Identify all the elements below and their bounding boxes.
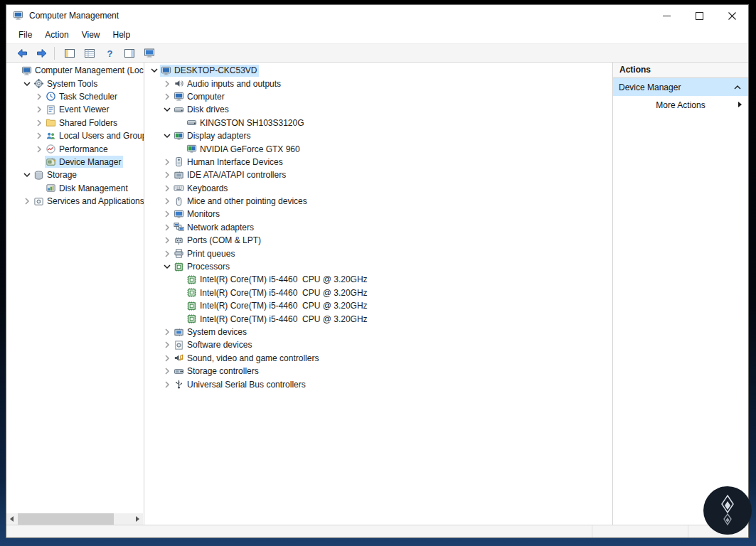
chevron-down-icon[interactable] xyxy=(161,261,173,272)
scrollbar-track[interactable] xyxy=(18,513,132,525)
tree-item-network-adapters[interactable]: Network adapters xyxy=(144,221,612,234)
chevron-right-icon[interactable] xyxy=(161,339,173,350)
window-title: Computer Management xyxy=(29,11,119,21)
network-adapter-icon xyxy=(174,222,184,232)
help-button[interactable]: ? xyxy=(100,46,118,61)
forward-button[interactable] xyxy=(33,46,50,61)
tree-item-kingston-sh103s3120g[interactable]: KINGSTON SH103S3120G xyxy=(144,117,612,129)
tree-item-print-queues[interactable]: Print queues xyxy=(144,247,612,259)
chevron-right-icon[interactable] xyxy=(161,156,173,168)
show-console-tree-button[interactable] xyxy=(60,46,78,61)
chevron-down-icon[interactable] xyxy=(161,130,173,141)
close-button[interactable] xyxy=(715,5,748,26)
chevron-right-icon[interactable] xyxy=(161,208,173,220)
toolbar-separator xyxy=(54,47,55,60)
tree-item-event-viewer[interactable]: Event Viewer xyxy=(6,103,144,116)
tree-item-system-tools[interactable]: System Tools xyxy=(6,77,144,90)
chevron-up-icon[interactable] xyxy=(733,82,742,92)
chevron-right-icon[interactable] xyxy=(161,326,173,338)
scroll-left-button[interactable] xyxy=(6,513,18,525)
minimize-button[interactable] xyxy=(650,5,683,26)
tree-item-display-adapters[interactable]: Display adapters xyxy=(144,129,612,142)
maximize-button[interactable] xyxy=(683,5,715,26)
scrollbar-thumb[interactable] xyxy=(18,513,114,525)
chevron-right-icon[interactable] xyxy=(33,117,45,129)
tree-item-local-users-and-groups[interactable]: Local Users and Groups xyxy=(6,129,144,142)
chevron-down-icon[interactable] xyxy=(21,78,33,90)
show-action-pane-button[interactable] xyxy=(120,46,138,61)
tree-item-disk-management[interactable]: Disk Management xyxy=(6,182,144,195)
chevron-right-icon[interactable] xyxy=(161,222,173,233)
new-window-button[interactable] xyxy=(140,46,158,61)
chevron-right-icon[interactable] xyxy=(161,78,173,90)
chevron-right-icon[interactable] xyxy=(161,379,173,390)
tree-item-storage[interactable]: Storage xyxy=(6,168,144,181)
tree-item-shared-folders[interactable]: Shared Folders xyxy=(6,117,144,129)
processor-icon xyxy=(186,314,197,324)
export-list-button[interactable] xyxy=(80,46,98,61)
tree-item-mice-and-other-pointing-devices[interactable]: Mice and other pointing devices xyxy=(144,195,612,208)
actions-section-device-manager[interactable]: Device Manager xyxy=(613,78,748,96)
chevron-right-icon[interactable] xyxy=(161,91,173,102)
horizontal-scrollbar[interactable] xyxy=(6,513,143,525)
tree-item-software-devices[interactable]: Software devices xyxy=(144,338,612,351)
tree-item-storage-controllers[interactable]: Storage controllers xyxy=(144,365,612,378)
chevron-right-icon[interactable] xyxy=(21,196,33,207)
tree-item-ports-com-lpt[interactable]: Ports (COM & LPT) xyxy=(144,234,612,247)
tree-item-task-scheduler[interactable]: Task Scheduler xyxy=(6,90,144,103)
menu-help[interactable]: Help xyxy=(107,28,137,42)
performance-icon xyxy=(46,144,56,154)
tree-item-intel-r-core-tm-i5-4460-cpu-3-20ghz[interactable]: Intel(R) Core(TM) i5-4460 CPU @ 3.20GHz xyxy=(144,299,612,312)
chevron-right-icon[interactable] xyxy=(161,248,173,259)
scroll-right-button[interactable] xyxy=(132,513,143,525)
tree-item-intel-r-core-tm-i5-4460-cpu-3-20ghz[interactable]: Intel(R) Core(TM) i5-4460 CPU @ 3.20GHz xyxy=(144,273,612,286)
chevron-right-icon[interactable] xyxy=(161,365,173,377)
menu-action[interactable]: Action xyxy=(38,28,75,42)
back-button[interactable] xyxy=(13,46,31,61)
tree-item-monitors[interactable]: Monitors xyxy=(144,208,612,220)
chevron-down-icon[interactable] xyxy=(149,65,160,76)
tree-item-device-manager[interactable]: Device Manager xyxy=(6,156,144,168)
tree-item-keyboards[interactable]: Keyboards xyxy=(144,182,612,195)
tree-item-label: Intel(R) Core(TM) i5-4460 CPU @ 3.20GHz xyxy=(200,301,368,311)
tree-item-intel-r-core-tm-i5-4460-cpu-3-20ghz[interactable]: Intel(R) Core(TM) i5-4460 CPU @ 3.20GHz xyxy=(144,312,612,325)
tree-item-nvidia-geforce-gtx-960[interactable]: NVIDIA GeForce GTX 960 xyxy=(144,142,612,155)
tree-item-performance[interactable]: Performance xyxy=(6,142,144,155)
tree-item-desktop-ckc53vd[interactable]: DESKTOP-CKC53VD xyxy=(144,64,612,77)
tree-item-computer-management-local[interactable]: Computer Management (Local xyxy=(6,64,144,77)
tree-item-label: Services and Applications xyxy=(47,196,144,206)
chevron-down-icon[interactable] xyxy=(21,169,33,181)
chevron-right-icon[interactable] xyxy=(33,130,45,141)
chevron-right-icon[interactable] xyxy=(161,169,173,181)
chevron-right-icon[interactable] xyxy=(161,353,173,364)
chevron-spacer xyxy=(174,287,186,299)
tree-item-label: Computer xyxy=(187,92,225,102)
chevron-right-icon[interactable] xyxy=(161,183,173,194)
tree-item-system-devices[interactable]: System devices xyxy=(144,326,612,338)
tree-item-ide-ata-atapi-controllers[interactable]: IDE ATA/ATAPI controllers xyxy=(144,168,612,181)
chevron-right-icon[interactable] xyxy=(33,104,45,115)
more-actions-item[interactable]: More Actions xyxy=(613,96,748,114)
tree-item-services-and-applications[interactable]: Services and Applications xyxy=(6,195,144,208)
system-tools-icon xyxy=(33,78,44,89)
tree-item-computer[interactable]: Computer xyxy=(144,90,612,103)
tree-item-disk-drives[interactable]: Disk drives xyxy=(144,103,612,116)
title-bar[interactable]: Computer Management xyxy=(6,5,748,26)
tree-item-sound-video-and-game-controllers[interactable]: Sound, video and game controllers xyxy=(144,352,612,365)
menu-file[interactable]: File xyxy=(12,28,38,42)
chevron-right-icon[interactable] xyxy=(33,144,45,155)
users-icon xyxy=(46,131,56,141)
tree-item-processors[interactable]: Processors xyxy=(144,260,612,273)
printer-icon xyxy=(174,248,184,259)
tree-item-universal-serial-bus-controllers[interactable]: Universal Serial Bus controllers xyxy=(144,378,612,390)
tree-item-intel-r-core-tm-i5-4460-cpu-3-20ghz[interactable]: Intel(R) Core(TM) i5-4460 CPU @ 3.20GHz xyxy=(144,287,612,299)
chevron-right-icon[interactable] xyxy=(161,235,173,246)
chevron-right-icon[interactable] xyxy=(161,196,173,207)
menu-view[interactable]: View xyxy=(75,28,107,42)
tree-item-label: KINGSTON SH103S3120G xyxy=(200,118,304,128)
tree-item-label: Print queues xyxy=(187,249,235,259)
tree-item-human-interface-devices[interactable]: Human Interface Devices xyxy=(144,156,612,168)
chevron-right-icon[interactable] xyxy=(33,91,45,102)
chevron-down-icon[interactable] xyxy=(161,104,173,115)
tree-item-audio-inputs-and-outputs[interactable]: Audio inputs and outputs xyxy=(144,77,612,90)
